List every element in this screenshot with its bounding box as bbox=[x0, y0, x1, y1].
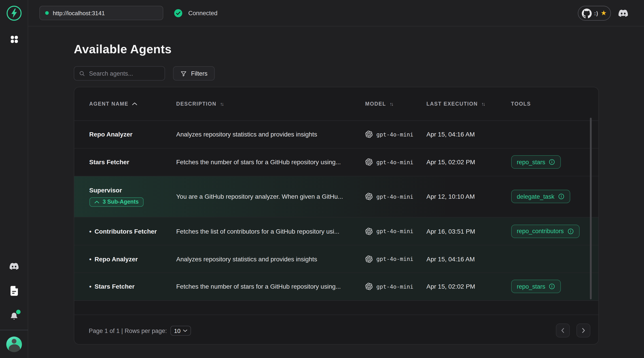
connection-status: Connected bbox=[174, 0, 218, 27]
filter-funnel-icon bbox=[180, 70, 187, 77]
openai-icon bbox=[365, 158, 372, 166]
github-icon bbox=[582, 8, 592, 18]
sidebar-item-notifications[interactable] bbox=[0, 311, 28, 321]
sort-icon: ↑↓ bbox=[390, 101, 393, 107]
last-execution: Apr 15, 02:02 PM bbox=[426, 158, 475, 166]
agent-description: You are a GitHub repository analyzer. Wh… bbox=[176, 193, 343, 200]
discord-icon bbox=[8, 262, 20, 271]
discord-link[interactable] bbox=[617, 7, 629, 19]
agent-name: Stars Fetcher bbox=[89, 158, 129, 166]
info-icon bbox=[567, 228, 574, 234]
openai-icon bbox=[365, 228, 372, 235]
tool-badge[interactable]: repo_stars bbox=[511, 155, 561, 169]
sidebar-item-docs[interactable] bbox=[0, 285, 28, 296]
agent-description: Fetches the number of stars for a GitHub… bbox=[176, 283, 341, 290]
tool-badge[interactable]: repo_stars bbox=[511, 280, 561, 293]
last-execution: Apr 12, 10:10 AM bbox=[426, 193, 475, 200]
table-scrollbar[interactable] bbox=[590, 118, 592, 299]
openai-icon bbox=[365, 193, 372, 200]
last-execution: Apr 16, 03:51 PM bbox=[426, 228, 475, 235]
model-name: gpt-4o-mini bbox=[376, 255, 414, 262]
table-row-sub-agent[interactable]: • Repo Analyzer Analyzes repository stat… bbox=[74, 245, 598, 273]
model-name: gpt-4o-mini bbox=[376, 159, 414, 165]
last-execution: Apr 15, 04:16 AM bbox=[426, 255, 475, 262]
rows-per-page-select[interactable]: 10 bbox=[170, 326, 191, 336]
table-row[interactable]: Repo Analyzer Analyzes repository statis… bbox=[74, 121, 598, 149]
last-execution: Apr 15, 04:16 AM bbox=[426, 131, 475, 138]
agent-description: Fetches the number of stars for a GitHub… bbox=[176, 158, 341, 166]
github-star-button[interactable]: :) ★ bbox=[578, 6, 611, 21]
server-url-input[interactable]: http://localhost:3141 bbox=[39, 6, 163, 20]
model-name: gpt-4o-mini bbox=[376, 283, 414, 290]
table-row-sub-agent[interactable]: • Contributors Fetcher Fetches the list … bbox=[74, 218, 598, 245]
tool-name: repo_stars bbox=[517, 159, 546, 165]
column-header-description[interactable]: DESCRIPTION ↑↓ bbox=[176, 87, 357, 120]
model-name: gpt-4o-mini bbox=[376, 131, 414, 138]
column-header-model[interactable]: MODEL ↑↓ bbox=[365, 87, 393, 120]
openai-icon bbox=[365, 255, 372, 262]
column-header-last-execution[interactable]: LAST EXECUTION ↑↓ bbox=[426, 87, 484, 120]
server-status-dot bbox=[45, 11, 49, 15]
previous-page-button[interactable] bbox=[556, 323, 570, 337]
grid-icon bbox=[10, 35, 18, 44]
column-header-agent-name[interactable]: AGENT NAME bbox=[89, 87, 137, 120]
info-icon bbox=[558, 194, 564, 200]
tool-name: repo_contributors bbox=[517, 228, 564, 235]
server-url: http://localhost:3141 bbox=[53, 10, 105, 16]
agent-name: Repo Analyzer bbox=[94, 255, 138, 262]
table-footer: Page 1 of 1 | Rows per page: 10 bbox=[74, 314, 598, 344]
sub-agents-count: 3 Sub-Agents bbox=[103, 199, 139, 205]
column-header-tools: TOOLS bbox=[511, 87, 531, 120]
search-agents-box[interactable] bbox=[74, 66, 165, 81]
model-name: gpt-4o-mini bbox=[376, 228, 414, 235]
sidebar-divider bbox=[0, 330, 28, 330]
github-smiley-text: :) bbox=[594, 11, 598, 16]
notification-dot bbox=[16, 310, 20, 314]
user-avatar[interactable] bbox=[6, 336, 22, 352]
tool-name: repo_stars bbox=[517, 283, 546, 290]
tool-badge[interactable]: delegate_task bbox=[511, 190, 570, 203]
sub-agent-bullet: • bbox=[89, 228, 92, 235]
next-page-button[interactable] bbox=[576, 323, 590, 337]
topbar: http://localhost:3141 Connected :) ★ bbox=[28, 0, 644, 27]
sort-icon: ↑↓ bbox=[482, 101, 484, 107]
sidebar-item-dashboard[interactable] bbox=[0, 35, 28, 44]
search-input[interactable] bbox=[89, 70, 160, 77]
openai-icon bbox=[365, 283, 372, 290]
pagination-info: Page 1 of 1 | Rows per page: bbox=[89, 327, 167, 334]
info-icon bbox=[549, 159, 555, 165]
table-row-sub-agent[interactable]: • Stars Fetcher Fetches the number of st… bbox=[74, 273, 598, 301]
filters-label: Filters bbox=[191, 70, 208, 77]
app-logo[interactable] bbox=[0, 5, 28, 22]
chevron-down-icon bbox=[183, 329, 187, 332]
check-circle-icon bbox=[174, 9, 182, 18]
agent-description: Analyzes repository statistics and provi… bbox=[176, 131, 317, 138]
table-row-supervisor[interactable]: Supervisor 3 Sub-Agents You are a GitHub… bbox=[74, 176, 598, 218]
star-icon: ★ bbox=[600, 10, 607, 16]
chevron-right-icon bbox=[580, 327, 586, 333]
sort-asc-icon bbox=[132, 102, 137, 106]
lightning-logo-icon bbox=[6, 5, 22, 21]
sub-agents-toggle[interactable]: 3 Sub-Agents bbox=[89, 197, 144, 207]
openai-icon bbox=[365, 131, 372, 138]
sidebar bbox=[0, 0, 28, 358]
agent-name: Contributors Fetcher bbox=[94, 228, 157, 235]
info-icon bbox=[549, 283, 555, 290]
discord-icon bbox=[617, 9, 629, 18]
agent-description: Fetches the list of contributors for a G… bbox=[176, 228, 340, 235]
tool-name: delegate_task bbox=[517, 193, 554, 200]
tool-badge[interactable]: repo_contributors bbox=[511, 225, 580, 238]
filters-button[interactable]: Filters bbox=[173, 66, 215, 81]
sidebar-item-discord[interactable] bbox=[0, 261, 28, 271]
agent-description: Analyzes repository statistics and provi… bbox=[176, 255, 317, 262]
table-row[interactable]: Stars Fetcher Fetches the number of star… bbox=[74, 149, 598, 176]
agents-table-card: AGENT NAME DESCRIPTION ↑↓ MODEL ↑↓ LAST … bbox=[74, 87, 598, 344]
sub-agent-bullet: • bbox=[89, 283, 92, 290]
agent-name: Repo Analyzer bbox=[89, 131, 132, 138]
connection-status-label: Connected bbox=[188, 10, 218, 17]
last-execution: Apr 15, 02:02 PM bbox=[426, 283, 475, 290]
page-title: Available Agents bbox=[74, 43, 172, 56]
chevron-left-icon bbox=[560, 327, 566, 333]
sort-icon: ↑↓ bbox=[220, 101, 223, 107]
search-icon bbox=[79, 70, 85, 77]
